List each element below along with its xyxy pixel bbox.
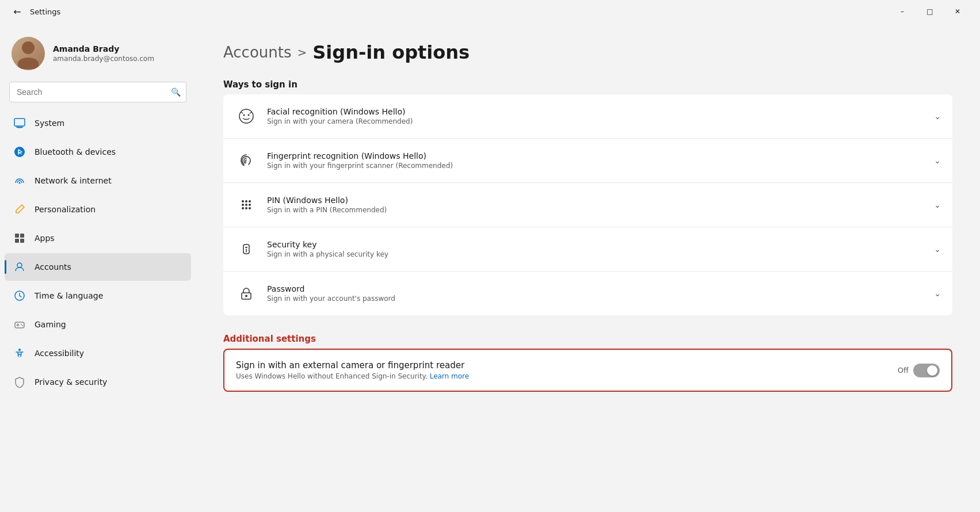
window-title: Settings <box>30 7 60 16</box>
minimize-button[interactable]: – <box>889 2 916 21</box>
sidebar-item-bluetooth[interactable]: Bluetooth & devices <box>5 138 191 166</box>
svg-point-15 <box>22 325 23 326</box>
additional-settings-card: Sign in with an external camera or finge… <box>223 349 952 392</box>
signin-option-facial[interactable]: Facial recognition (Windows Hello) Sign … <box>223 94 952 139</box>
user-name: Amanda Brady <box>53 44 154 54</box>
svg-point-25 <box>249 204 251 206</box>
sidebar-label-gaming: Gaming <box>35 320 66 329</box>
svg-rect-6 <box>20 234 24 238</box>
content-area: Amanda Brady amanda.brady@contoso.com 🔍 <box>0 23 980 512</box>
user-email: amanda.brady@contoso.com <box>53 55 154 63</box>
signin-options-list: Facial recognition (Windows Hello) Sign … <box>223 94 952 315</box>
sidebar-label-network: Network & internet <box>35 176 112 185</box>
svg-point-28 <box>249 207 251 209</box>
privacy-icon <box>12 374 28 390</box>
pin-desc: Sign in with a PIN (Recommended) <box>267 206 927 214</box>
facial-desc: Sign in with your camera (Recommended) <box>267 117 927 125</box>
fingerprint-title: Fingerprint recognition (Windows Hello) <box>267 151 927 161</box>
sidebar-label-personalization: Personalization <box>35 205 96 214</box>
svg-rect-30 <box>245 247 247 248</box>
security-key-title: Security key <box>267 240 927 249</box>
svg-rect-0 <box>14 119 25 126</box>
search-icon: 🔍 <box>171 87 181 97</box>
svg-rect-7 <box>15 239 19 243</box>
search-input[interactable] <box>9 82 186 102</box>
external-signin-desc-text: Uses Windows Hello without Enhanced Sign… <box>236 372 428 380</box>
svg-point-17 <box>239 109 253 123</box>
sidebar-label-bluetooth: Bluetooth & devices <box>35 147 116 156</box>
signin-option-fingerprint[interactable]: Fingerprint recognition (Windows Hello) … <box>223 139 952 183</box>
titlebar: ← Settings – □ ✕ <box>0 0 980 23</box>
svg-point-4 <box>19 182 21 184</box>
gaming-icon <box>12 316 28 333</box>
sidebar-item-network[interactable]: Network & internet <box>5 167 191 194</box>
sidebar-item-personalization[interactable]: Personalization <box>5 196 191 223</box>
sidebar-label-accessibility: Accessibility <box>35 349 84 358</box>
pin-title: PIN (Windows Hello) <box>267 196 927 205</box>
sidebar-item-time[interactable]: Time & language <box>5 282 191 310</box>
svg-point-9 <box>17 263 22 268</box>
apps-icon <box>12 230 28 246</box>
external-signin-toggle[interactable] <box>913 364 940 377</box>
learn-more-link[interactable]: Learn more <box>430 372 469 380</box>
user-info: Amanda Brady amanda.brady@contoso.com <box>53 44 154 63</box>
fingerprint-text: Fingerprint recognition (Windows Hello) … <box>267 151 927 170</box>
svg-point-16 <box>18 349 21 351</box>
accounts-icon <box>12 259 28 275</box>
back-button[interactable]: ← <box>9 3 25 20</box>
breadcrumb-separator: > <box>298 45 307 59</box>
sidebar-item-privacy[interactable]: Privacy & security <box>5 368 191 396</box>
close-button[interactable]: ✕ <box>944 2 971 21</box>
ways-to-sign-in-title: Ways to sign in <box>223 79 952 90</box>
signin-option-password[interactable]: Password Sign in with your account's pas… <box>223 272 952 315</box>
maximize-button[interactable]: □ <box>917 2 943 21</box>
breadcrumb-current: Sign-in options <box>312 41 470 63</box>
svg-point-33 <box>245 295 247 297</box>
svg-point-23 <box>242 204 244 206</box>
password-desc: Sign in with your account's password <box>267 295 927 303</box>
fingerprint-desc: Sign in with your fingerprint scanner (R… <box>267 162 927 170</box>
svg-point-18 <box>243 114 245 116</box>
fingerprint-icon <box>235 149 258 172</box>
sidebar-item-gaming[interactable]: Gaming <box>5 311 191 338</box>
settings-window: ← Settings – □ ✕ Amanda Brady amanda.bra… <box>0 0 980 512</box>
sidebar-item-accounts[interactable]: Accounts <box>5 253 191 281</box>
security-key-desc: Sign in with a physical security key <box>267 250 927 258</box>
sidebar-item-accessibility[interactable]: Accessibility <box>5 339 191 367</box>
facial-icon <box>235 105 258 128</box>
toggle-wrap: Off <box>898 364 940 377</box>
sidebar-item-system[interactable]: System <box>5 109 191 137</box>
signin-option-security-key[interactable]: Security key Sign in with a physical sec… <box>223 227 952 272</box>
chevron-down-icon: ⌄ <box>934 244 941 254</box>
svg-point-21 <box>245 200 247 202</box>
sidebar-label-privacy: Privacy & security <box>35 377 107 387</box>
avatar-image <box>12 37 45 70</box>
password-text: Password Sign in with your account's pas… <box>267 284 927 303</box>
additional-settings-text: Sign in with an external camera or finge… <box>236 360 898 380</box>
chevron-down-icon: ⌄ <box>934 156 941 165</box>
chevron-down-icon: ⌄ <box>934 112 941 121</box>
password-title: Password <box>267 284 927 293</box>
breadcrumb-parent: Accounts <box>223 44 292 61</box>
svg-point-19 <box>248 114 250 116</box>
security-key-text: Security key Sign in with a physical sec… <box>267 240 927 258</box>
security-key-icon <box>235 238 258 261</box>
toggle-thumb <box>927 365 937 376</box>
additional-settings-title: Additional settings <box>223 334 952 344</box>
nav-list: System Bluetooth & devices <box>0 109 196 397</box>
svg-rect-5 <box>15 234 19 238</box>
facial-title: Facial recognition (Windows Hello) <box>267 107 927 116</box>
svg-point-14 <box>21 324 22 325</box>
signin-option-pin[interactable]: PIN (Windows Hello) Sign in with a PIN (… <box>223 183 952 227</box>
sidebar: Amanda Brady amanda.brady@contoso.com 🔍 <box>0 23 196 512</box>
svg-point-20 <box>242 200 244 202</box>
personalization-icon <box>12 201 28 217</box>
sidebar-item-apps[interactable]: Apps <box>5 224 191 252</box>
search-box: 🔍 <box>9 82 186 102</box>
sidebar-label-system: System <box>35 119 64 128</box>
facial-text: Facial recognition (Windows Hello) Sign … <box>267 107 927 125</box>
svg-point-27 <box>245 207 247 209</box>
external-signin-title: Sign in with an external camera or finge… <box>236 360 898 370</box>
pin-text: PIN (Windows Hello) Sign in with a PIN (… <box>267 196 927 214</box>
pin-icon <box>235 193 258 216</box>
